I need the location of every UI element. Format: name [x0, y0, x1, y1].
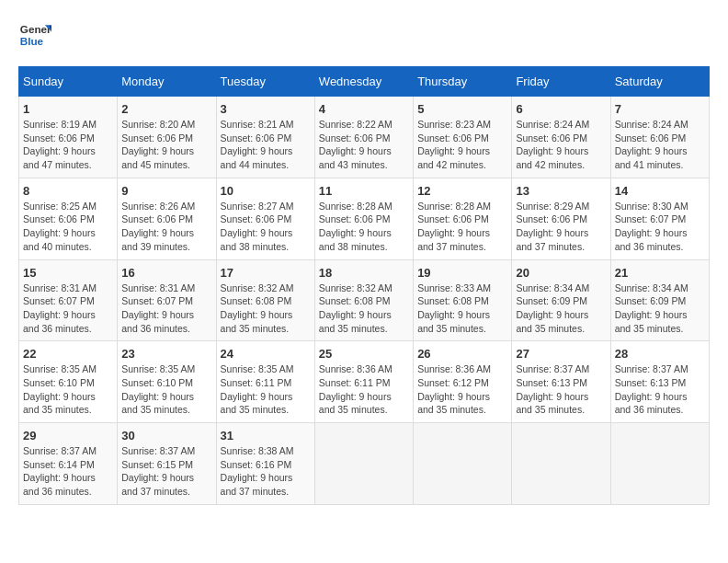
sunrise-label: Sunrise: 8:24 AM: [615, 119, 688, 130]
daylight-label: Daylight: 9 hours and 35 minutes.: [516, 309, 588, 334]
day-number: 28: [615, 347, 705, 361]
day-number: 7: [615, 102, 705, 116]
sunrise-label: Sunrise: 8:23 AM: [417, 119, 491, 130]
sunrise-label: Sunrise: 8:24 AM: [516, 119, 589, 130]
day-number: 22: [23, 347, 113, 361]
calendar-cell: 9 Sunrise: 8:26 AM Sunset: 6:06 PM Dayli…: [118, 178, 216, 259]
day-info: Sunrise: 8:37 AM Sunset: 6:14 PM Dayligh…: [23, 444, 113, 499]
sunrise-label: Sunrise: 8:36 AM: [319, 363, 392, 374]
sunset-label: Sunset: 6:08 PM: [319, 295, 391, 306]
weekday-friday: Friday: [512, 67, 610, 97]
sunset-label: Sunset: 6:06 PM: [221, 132, 292, 144]
day-number: 25: [319, 347, 409, 361]
daylight-label: Daylight: 9 hours and 35 minutes.: [417, 391, 490, 416]
sunrise-label: Sunrise: 8:21 AM: [221, 119, 294, 130]
day-info: Sunrise: 8:35 AM Sunset: 6:11 PM Dayligh…: [221, 362, 311, 417]
sunset-label: Sunset: 6:11 PM: [319, 377, 391, 388]
svg-text:Blue: Blue: [20, 35, 44, 47]
day-info: Sunrise: 8:36 AM Sunset: 6:12 PM Dayligh…: [417, 362, 507, 417]
calendar-cell: 31 Sunrise: 8:38 AM Sunset: 6:16 PM Dayl…: [216, 423, 314, 505]
calendar-cell: 10 Sunrise: 8:27 AM Sunset: 6:06 PM Dayl…: [216, 178, 314, 259]
sunrise-label: Sunrise: 8:31 AM: [121, 282, 195, 293]
sunrise-label: Sunrise: 8:22 AM: [319, 119, 392, 130]
day-number: 21: [615, 266, 705, 280]
calendar-cell: 8 Sunrise: 8:25 AM Sunset: 6:06 PM Dayli…: [19, 178, 118, 259]
day-info: Sunrise: 8:34 AM Sunset: 6:09 PM Dayligh…: [615, 282, 705, 336]
daylight-label: Daylight: 9 hours and 37 minutes.: [417, 227, 490, 252]
sunrise-label: Sunrise: 8:37 AM: [121, 445, 195, 456]
day-number: 9: [121, 184, 211, 198]
day-number: 19: [417, 266, 507, 280]
sunrise-label: Sunrise: 8:25 AM: [23, 201, 97, 212]
calendar-cell: 22 Sunrise: 8:35 AM Sunset: 6:10 PM Dayl…: [19, 341, 118, 423]
daylight-label: Daylight: 9 hours and 37 minutes.: [121, 472, 194, 497]
sunset-label: Sunset: 6:06 PM: [516, 213, 587, 224]
day-info: Sunrise: 8:37 AM Sunset: 6:13 PM Dayligh…: [615, 362, 705, 417]
sunset-label: Sunset: 6:09 PM: [615, 295, 687, 306]
daylight-label: Daylight: 9 hours and 42 minutes.: [417, 145, 490, 170]
calendar-cell: 17 Sunrise: 8:32 AM Sunset: 6:08 PM Dayl…: [216, 259, 314, 341]
daylight-label: Daylight: 9 hours and 36 minutes.: [121, 309, 194, 334]
sunrise-label: Sunrise: 8:28 AM: [417, 201, 491, 212]
calendar-cell: 1 Sunrise: 8:19 AM Sunset: 6:06 PM Dayli…: [19, 97, 118, 178]
sunrise-label: Sunrise: 8:32 AM: [319, 282, 392, 293]
calendar-table: SundayMondayTuesdayWednesdayThursdayFrid…: [18, 66, 710, 505]
sunrise-label: Sunrise: 8:38 AM: [221, 445, 294, 456]
calendar-cell: 6 Sunrise: 8:24 AM Sunset: 6:06 PM Dayli…: [512, 97, 610, 178]
calendar-cell: 15 Sunrise: 8:31 AM Sunset: 6:07 PM Dayl…: [19, 259, 118, 341]
sunset-label: Sunset: 6:11 PM: [221, 377, 292, 388]
day-number: 14: [615, 184, 705, 198]
sunrise-label: Sunrise: 8:37 AM: [516, 363, 589, 374]
sunset-label: Sunset: 6:10 PM: [121, 377, 193, 388]
day-number: 3: [221, 102, 311, 116]
sunrise-label: Sunrise: 8:33 AM: [417, 282, 491, 293]
day-info: Sunrise: 8:35 AM Sunset: 6:10 PM Dayligh…: [23, 362, 113, 417]
weekday-monday: Monday: [118, 67, 216, 97]
weekday-sunday: Sunday: [19, 67, 118, 97]
day-number: 5: [417, 102, 507, 116]
weekday-wednesday: Wednesday: [314, 67, 413, 97]
day-number: 24: [221, 347, 311, 361]
day-number: 6: [516, 102, 606, 116]
day-info: Sunrise: 8:27 AM Sunset: 6:06 PM Dayligh…: [221, 200, 311, 254]
sunrise-label: Sunrise: 8:31 AM: [23, 282, 97, 293]
calendar-cell: [610, 423, 709, 505]
day-number: 15: [23, 266, 113, 280]
day-number: 29: [23, 429, 113, 442]
header: General Blue: [18, 18, 710, 52]
day-number: 27: [516, 347, 606, 361]
daylight-label: Daylight: 9 hours and 36 minutes.: [615, 227, 688, 252]
day-number: 1: [23, 102, 113, 116]
day-info: Sunrise: 8:35 AM Sunset: 6:10 PM Dayligh…: [121, 362, 211, 417]
day-info: Sunrise: 8:31 AM Sunset: 6:07 PM Dayligh…: [121, 282, 211, 336]
sunrise-label: Sunrise: 8:32 AM: [221, 282, 294, 293]
weekday-tuesday: Tuesday: [216, 67, 314, 97]
calendar-cell: 11 Sunrise: 8:28 AM Sunset: 6:06 PM Dayl…: [314, 178, 413, 259]
calendar-cell: 24 Sunrise: 8:35 AM Sunset: 6:11 PM Dayl…: [216, 341, 314, 423]
calendar-cell: 20 Sunrise: 8:34 AM Sunset: 6:09 PM Dayl…: [512, 259, 610, 341]
day-info: Sunrise: 8:32 AM Sunset: 6:08 PM Dayligh…: [221, 282, 311, 336]
logo-icon: General Blue: [18, 18, 51, 52]
daylight-label: Daylight: 9 hours and 35 minutes.: [23, 391, 96, 416]
sunrise-label: Sunrise: 8:20 AM: [121, 119, 195, 130]
sunset-label: Sunset: 6:13 PM: [516, 377, 587, 388]
day-info: Sunrise: 8:28 AM Sunset: 6:06 PM Dayligh…: [417, 200, 507, 254]
daylight-label: Daylight: 9 hours and 35 minutes.: [319, 391, 392, 416]
calendar-cell: 16 Sunrise: 8:31 AM Sunset: 6:07 PM Dayl…: [118, 259, 216, 341]
day-info: Sunrise: 8:38 AM Sunset: 6:16 PM Dayligh…: [221, 444, 311, 499]
day-info: Sunrise: 8:20 AM Sunset: 6:06 PM Dayligh…: [121, 118, 211, 172]
daylight-label: Daylight: 9 hours and 42 minutes.: [516, 145, 588, 170]
sunset-label: Sunset: 6:06 PM: [615, 132, 687, 144]
day-number: 11: [319, 184, 409, 198]
daylight-label: Daylight: 9 hours and 43 minutes.: [319, 145, 392, 170]
sunset-label: Sunset: 6:16 PM: [221, 459, 292, 470]
sunrise-label: Sunrise: 8:19 AM: [23, 119, 97, 130]
day-number: 20: [516, 266, 606, 280]
day-number: 30: [121, 429, 211, 442]
sunset-label: Sunset: 6:06 PM: [221, 213, 292, 224]
day-number: 26: [417, 347, 507, 361]
day-number: 10: [221, 184, 311, 198]
week-row-5: 29 Sunrise: 8:37 AM Sunset: 6:14 PM Dayl…: [19, 423, 710, 505]
calendar-cell: 5 Sunrise: 8:23 AM Sunset: 6:06 PM Dayli…: [414, 97, 512, 178]
calendar-cell: 30 Sunrise: 8:37 AM Sunset: 6:15 PM Dayl…: [118, 423, 216, 505]
